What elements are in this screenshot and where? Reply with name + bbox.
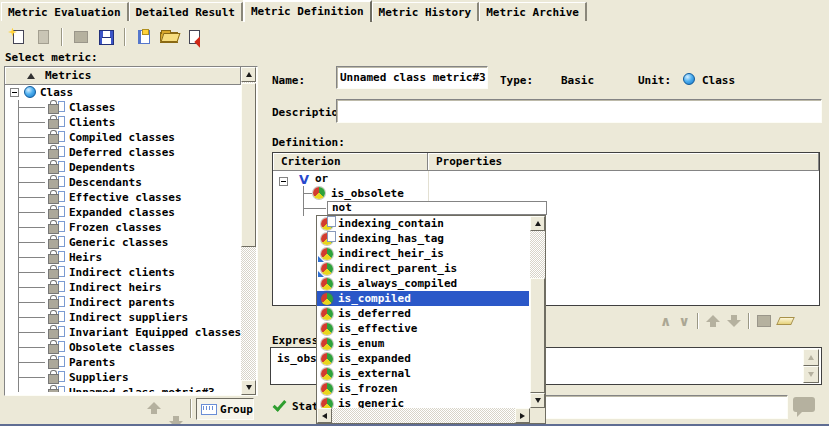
dropdown-item[interactable]: is_deferred [317,306,529,321]
delete-criterion-icon [757,315,771,327]
tree-item[interactable]: Indirect suppliers [6,310,241,325]
tree-item-label: Heirs [69,251,102,264]
predefined-metric-icon [48,325,66,338]
group-toggle-button[interactable]: Group [196,398,254,420]
collapse-icon[interactable] [279,177,288,186]
dropdown-item[interactable]: is_generic [317,396,529,408]
tree-item[interactable]: Clients [6,115,241,130]
tab-bar: Metric Evaluation Detailed Result Metric… [1,0,587,22]
tree-item[interactable]: Classes [6,100,241,115]
tree-item[interactable]: Compiled classes [6,130,241,145]
dropdown-item[interactable]: is_expanded [317,351,529,366]
predefined-metric-icon [48,340,66,353]
tab-metric-evaluation[interactable]: Metric Evaluation [1,2,129,21]
criterion-pie-icon [321,308,333,320]
predefined-metric-icon [48,295,66,308]
metric-list-header[interactable]: Metrics [5,67,241,85]
tab-metric-definition[interactable]: Metric Definition [243,0,372,22]
dropdown-vertical-scrollbar[interactable] [530,216,545,408]
tree-item[interactable]: Dependents [6,160,241,175]
dropdown-item[interactable]: indirect_parent_is [317,261,529,276]
tree-item[interactable]: Invariant Equipped classes [6,325,241,340]
tree-item-label: Invariant Equipped classes [69,326,241,339]
scroll-right-button[interactable] [515,408,530,423]
dropdown-item[interactable]: is_always_compiled [317,276,529,291]
scroll-down-button[interactable] [530,393,545,408]
predefined-metric-icon [48,160,66,173]
new-metric-icon[interactable] [8,28,28,47]
comment-bubble-icon [793,397,815,412]
tree-item-clipped[interactable]: Unnamed class metric#3 [6,385,241,392]
metric-list: Metrics Class Classes Clients Compiled c… [4,66,258,396]
scrollbar-thumb[interactable] [530,278,545,393]
scroll-up-button[interactable] [241,67,256,82]
import-metrics-icon[interactable] [134,28,154,47]
tree-item[interactable]: Parents [6,355,241,370]
dropdown-item[interactable]: is_frozen [317,381,529,396]
tree-item[interactable]: Deferred classes [6,145,241,160]
tree-item-label: Obsolete classes [69,341,175,354]
criterion-edit-box[interactable]: not [327,201,547,215]
criterion-dropdown: indexing_contain indexing_has_tag indire… [316,215,546,424]
tree-item[interactable]: Expanded classes [6,205,241,220]
criterion-row-is-obsolete[interactable]: is_obsolete [273,186,819,201]
criterion-pie-icon [321,368,333,380]
tools-separator [748,313,750,329]
scrollbar-thumb[interactable] [241,83,256,247]
tab-metric-archive[interactable]: Metric Archive [479,2,587,21]
tree-item-label: Compiled classes [69,131,175,144]
save-metric-icon[interactable] [96,28,116,47]
open-folder-icon[interactable] [159,28,179,47]
dropdown-item-label: is_expanded [338,352,411,365]
predefined-metric-icon [48,115,66,128]
properties-column-header[interactable]: Properties [428,153,819,171]
tree-item-label: Indirect heirs [69,281,162,294]
dropdown-item[interactable]: is_effective [317,321,529,336]
dropdown-item[interactable]: indexing_has_tag [317,231,529,246]
name-input[interactable]: Unnamed class metric#3 [336,66,488,89]
tab-detailed-result[interactable]: Detailed Result [129,2,243,21]
tree-item-label: Classes [69,101,115,114]
dropdown-item-label: indexing_contain [338,217,444,230]
tree-item[interactable]: Indirect heirs [6,280,241,295]
dropdown-item[interactable]: is_compiled [317,291,529,306]
tree-item[interactable]: Generic classes [6,235,241,250]
dropdown-item[interactable]: indexing_contain [317,216,529,231]
collapse-icon[interactable] [10,88,19,97]
criterion-row-not[interactable]: not [273,201,819,216]
criterion-toolbar: ∧ ∨ [660,311,793,331]
tree-item-label: Suppliers [69,371,129,384]
dropdown-item-label: is_deferred [338,307,411,320]
dropdown-item[interactable]: is_enum [317,336,529,351]
dropdown-horizontal-scrollbar[interactable] [317,408,530,423]
tree-item[interactable]: Effective classes [6,190,241,205]
tools-separator [697,313,699,329]
metric-list-scrollbar[interactable] [241,67,257,395]
tree-item-label: Generic classes [69,236,168,249]
predefined-metric-icon [48,175,66,188]
or-operator-icon: V [299,172,309,187]
criterion-row-label: or [315,171,328,186]
erase-criterion-icon[interactable] [776,317,795,325]
criterion-column-header[interactable]: Criterion [273,153,428,171]
tree-item[interactable]: Frozen classes [6,220,241,235]
tree-item[interactable]: Obsolete classes [6,340,241,355]
tree-item[interactable]: Indirect parents [6,295,241,310]
tab-metric-history[interactable]: Metric History [372,2,480,21]
scroll-down-button[interactable] [241,380,256,395]
export-metrics-icon[interactable] [184,28,204,47]
dropdown-item-label: indirect_heir_is [338,247,444,260]
scroll-left-button[interactable] [317,408,332,423]
tree-item[interactable]: Heirs [6,250,241,265]
tree-root-class[interactable]: Class [6,85,241,100]
tree-item[interactable]: Indirect clients [6,265,241,280]
dropdown-item[interactable]: is_external [317,366,529,381]
tree-item-label: Clients [69,116,115,129]
dropdown-item[interactable]: indirect_heir_is [317,246,529,261]
tree-item[interactable]: Suppliers [6,370,241,385]
tree-item[interactable]: Descendants [6,175,241,190]
scroll-up-button[interactable] [530,216,545,231]
predefined-metric-icon [48,310,66,323]
criterion-row-or[interactable]: V or [273,171,819,186]
description-input[interactable] [336,99,822,123]
